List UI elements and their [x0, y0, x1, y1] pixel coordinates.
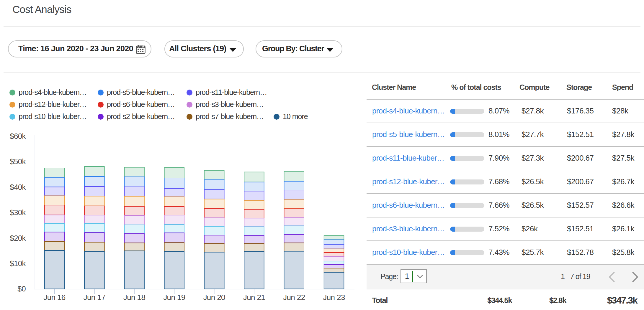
svg-text:Jun 18: Jun 18 — [123, 293, 146, 302]
svg-text:Jun 21: Jun 21 — [243, 293, 265, 302]
svg-text:$40k: $40k — [10, 183, 26, 192]
svg-text:Jun 19: Jun 19 — [163, 293, 185, 302]
svg-text:$60k: $60k — [10, 132, 26, 141]
svg-text:$50k: $50k — [10, 157, 26, 166]
svg-text:$10k: $10k — [10, 259, 26, 268]
svg-text:$20k: $20k — [10, 234, 26, 243]
svg-text:Jun 17: Jun 17 — [84, 293, 106, 302]
svg-text:Jun 16: Jun 16 — [43, 293, 66, 302]
svg-text:$0: $0 — [17, 284, 26, 293]
svg-text:Jun 22: Jun 22 — [283, 293, 305, 302]
svg-text:Jun 20: Jun 20 — [203, 293, 225, 302]
svg-text:Jun 23: Jun 23 — [323, 293, 345, 302]
svg-text:$30k: $30k — [10, 208, 26, 217]
